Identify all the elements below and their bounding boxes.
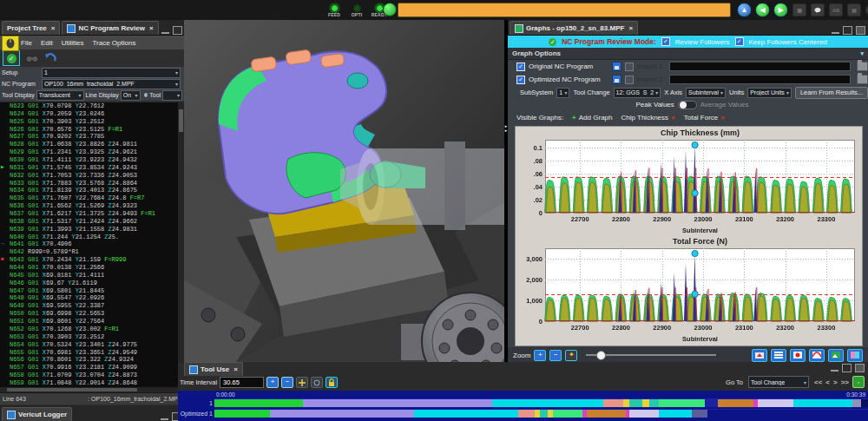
gcode-line[interactable]: ■N643 G01 X70.2434 Y21.159 F=R999 bbox=[0, 256, 178, 264]
gcode-line[interactable]: N640 G01 X71.244 Y21.1254 Z25. bbox=[0, 234, 178, 241]
timeline-segment[interactable] bbox=[587, 410, 626, 418]
remove-graph-icon[interactable]: × bbox=[671, 114, 675, 122]
menu-edit[interactable]: Edit bbox=[41, 39, 53, 47]
zoom-out-button[interactable]: − bbox=[549, 350, 562, 361]
tool-select[interactable]: ▾ bbox=[162, 90, 182, 101]
timeline-segment[interactable] bbox=[553, 410, 582, 418]
timeline-segment[interactable] bbox=[303, 399, 492, 407]
export-graph-button[interactable] bbox=[752, 349, 767, 362]
folder-icon[interactable] bbox=[857, 62, 868, 71]
gcode-line[interactable]: N638 G01 X71.5317 Y21.2424 Z24.9662 bbox=[0, 218, 178, 226]
timeline-segment[interactable] bbox=[540, 410, 548, 418]
timeline-bar[interactable] bbox=[214, 398, 868, 407]
menu-file[interactable]: File bbox=[21, 39, 32, 47]
tool-change-select[interactable]: 12: GGS_S_2▾ bbox=[614, 88, 661, 98]
line-display-select[interactable]: On▾ bbox=[121, 90, 141, 101]
optimized-program-checkbox[interactable]: ✓ bbox=[516, 76, 525, 84]
gcode-line[interactable]: N654 G01 X70.5324 Y23.3401 Z24.9775 bbox=[0, 341, 178, 349]
timeline-segment[interactable] bbox=[692, 410, 708, 418]
clipboard-button[interactable]: ▤ bbox=[847, 3, 861, 16]
undo-arrow-icon[interactable] bbox=[44, 53, 56, 63]
gcode-line[interactable]: N636 G01 X71.6562 Y21.5269 Z24.9323 bbox=[0, 202, 178, 210]
original-program-checkbox[interactable]: ✓ bbox=[516, 62, 525, 71]
zoom-in-button[interactable]: + bbox=[534, 350, 546, 361]
gcode-line[interactable]: N632 G01 X71.7053 Y23.7336 Z24.9053 bbox=[0, 172, 178, 180]
graph-settings-button[interactable] bbox=[771, 349, 786, 362]
goto-first-button[interactable]: << bbox=[814, 378, 822, 386]
timeline-segment[interactable] bbox=[705, 399, 718, 407]
timeline-segment[interactable] bbox=[707, 410, 867, 418]
timeline-segment[interactable] bbox=[718, 399, 753, 407]
remove-graph-icon[interactable]: × bbox=[720, 114, 725, 122]
gcode-line[interactable]: N639 G01 X71.3993 Y21.1558 Z24.9831 bbox=[0, 226, 178, 234]
play-button[interactable]: ▶ bbox=[773, 3, 788, 17]
save-image-button[interactable] bbox=[828, 349, 844, 362]
menu-utilities[interactable]: Utilities bbox=[62, 39, 84, 47]
interval-fit-button[interactable] bbox=[296, 377, 308, 388]
graph-options-header[interactable]: Graph Options ▾ bbox=[508, 48, 868, 60]
timeline-segment[interactable] bbox=[642, 399, 649, 407]
folder-icon[interactable] bbox=[857, 75, 868, 84]
gcode-line[interactable]: N635 G01 X71.7607 Y22.7684 Z24.8 F=R7 bbox=[0, 194, 178, 202]
gcode-line[interactable]: N624 G01 X70.2059 Y23.0246 bbox=[0, 110, 178, 118]
panel-minimize-icon[interactable] bbox=[161, 413, 168, 420]
tool-display-select[interactable]: Translucent▾ bbox=[36, 90, 84, 101]
peak-average-toggle[interactable] bbox=[678, 101, 697, 109]
gcode-line[interactable]: N625 G01 X70.3903 Y23.2512 bbox=[0, 118, 178, 126]
timeline-segment[interactable] bbox=[852, 399, 862, 407]
timeline-row[interactable]: Optimized 1 bbox=[178, 408, 868, 418]
panel-minimize-icon[interactable] bbox=[832, 27, 839, 34]
setup-select[interactable]: 1▾ bbox=[42, 68, 181, 78]
panel-dock-icon[interactable] bbox=[855, 364, 865, 372]
zoom-slider[interactable] bbox=[586, 354, 716, 356]
timeline-segment[interactable] bbox=[603, 399, 623, 407]
import1-input[interactable] bbox=[669, 62, 851, 71]
units-select[interactable]: Project Units▾ bbox=[747, 88, 792, 98]
goto-last-button[interactable]: >> bbox=[841, 378, 849, 386]
gcode-line[interactable]: N629 G01 X71.2341 Y23.9325 Z24.9621 bbox=[0, 148, 178, 156]
panel-undock-icon[interactable] bbox=[173, 26, 182, 35]
import2-input[interactable] bbox=[669, 75, 851, 84]
menu-trace-options[interactable]: Trace Options bbox=[92, 39, 135, 47]
import1-checkbox[interactable] bbox=[625, 62, 634, 71]
timeline-segment[interactable] bbox=[214, 399, 303, 407]
tab-tool-use-inner[interactable]: Tool Use × bbox=[184, 362, 243, 376]
panel-dock-icon[interactable] bbox=[856, 26, 865, 35]
gcode-line[interactable]: N628 G01 X71.0638 Y23.8826 Z24.9811 bbox=[0, 141, 178, 148]
gcode-line[interactable]: ▶N631 G01 X71.5745 Y23.8534 Z24.9243 bbox=[0, 164, 178, 172]
gcode-line[interactable]: N658 G01 X71.0709 Y23.0704 Z24.8873 bbox=[0, 372, 178, 379]
gcode-line[interactable]: N656 G01 X70.8601 Y23.322 Z24.9324 bbox=[0, 356, 178, 364]
gcode-line[interactable]: N626 G01 X70.6576 Y23.5125 F=R1 bbox=[0, 126, 178, 134]
total-force-chart[interactable] bbox=[516, 235, 860, 344]
follow-mode-button[interactable]: ◦ bbox=[852, 376, 865, 388]
panel-undock-icon[interactable] bbox=[843, 26, 852, 35]
gcode-line[interactable]: N634 G01 X71.8139 Y23.4013 Z24.8675 bbox=[0, 187, 178, 194]
visible-graph-total-force[interactable]: Total Force × bbox=[684, 114, 725, 122]
gcode-vertical-scrollbar[interactable] bbox=[178, 102, 184, 387]
timeline-segment[interactable] bbox=[414, 410, 518, 418]
zoom-fit-button[interactable]: ✦ bbox=[565, 350, 577, 361]
panel-undock-icon[interactable] bbox=[842, 364, 852, 372]
gcode-line[interactable]: N627 G01 X70.9202 Y23.7785 bbox=[0, 133, 178, 141]
tab-nc-program-review[interactable]: NC Program Review × bbox=[62, 21, 158, 35]
close-icon[interactable]: × bbox=[51, 24, 56, 32]
gcode-line[interactable]: N650 G01 X69.6998 Y22.5653 bbox=[0, 310, 178, 318]
comment-button[interactable]: 💬 bbox=[811, 3, 825, 16]
gcode-line[interactable]: N653 G01 X70.3903 Y23.2512 bbox=[0, 333, 178, 341]
goto-next-button[interactable]: > bbox=[833, 378, 838, 386]
close-icon[interactable]: × bbox=[149, 24, 154, 32]
tab-graphs[interactable]: Graphs - op150_2_sn_83.MPF × bbox=[510, 21, 638, 35]
subsystem-select[interactable]: 1▾ bbox=[556, 88, 569, 98]
save-icon[interactable] bbox=[612, 75, 621, 84]
timeline-segment[interactable] bbox=[214, 410, 270, 418]
save-icon[interactable] bbox=[612, 62, 621, 71]
gcode-listing[interactable]: N623 G01 X70.0798 Y22.7612 N624 G01 X70.… bbox=[0, 102, 178, 387]
import2-checkbox[interactable] bbox=[625, 76, 634, 84]
interval-zoom-in-button[interactable]: + bbox=[266, 377, 279, 388]
chip-thickness-chart[interactable] bbox=[516, 127, 860, 235]
timeline-segment[interactable] bbox=[492, 399, 603, 407]
review-mode-toggle-button[interactable]: ✓ bbox=[3, 50, 20, 66]
tab-tool-use[interactable]: Tool Use × bbox=[182, 363, 243, 375]
visible-graph-chip-thickness[interactable]: Chip Thickness × bbox=[621, 114, 674, 122]
timeline-segment[interactable] bbox=[758, 399, 793, 407]
